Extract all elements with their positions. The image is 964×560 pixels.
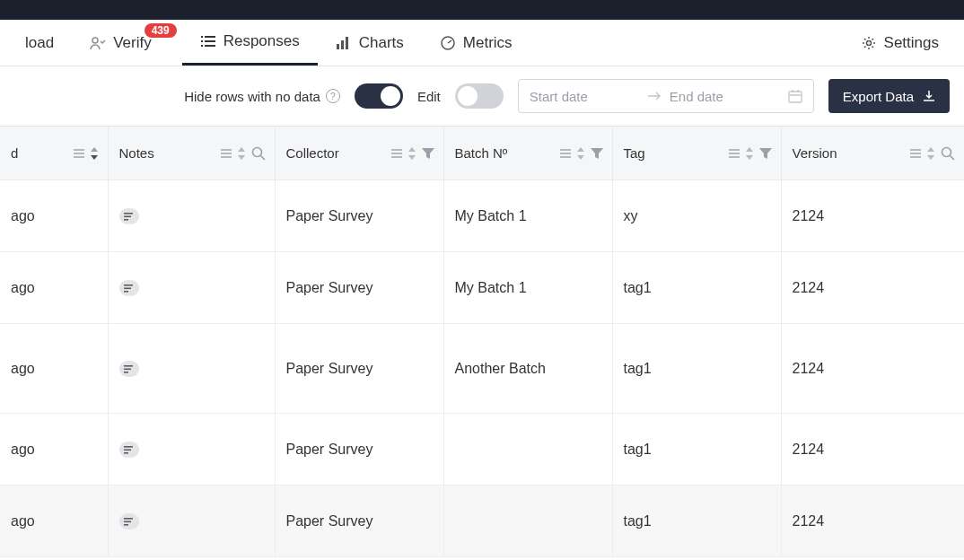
tab-charts-label: Charts [359, 34, 404, 52]
search-icon[interactable] [251, 146, 266, 161]
list-small-icon[interactable] [560, 149, 571, 158]
list-icon [200, 33, 216, 49]
svg-rect-21 [391, 153, 402, 154]
tab-charts[interactable]: Charts [318, 20, 422, 66]
svg-rect-37 [124, 287, 131, 289]
tab-load-label: load [25, 34, 54, 52]
cell-tag: tag1 [612, 414, 781, 486]
svg-rect-22 [391, 156, 402, 158]
svg-rect-23 [560, 149, 571, 151]
tab-metrics[interactable]: Metrics [422, 20, 530, 66]
svg-rect-38 [124, 291, 128, 293]
cell-version: 2124 [781, 486, 964, 557]
tab-settings[interactable]: Settings [843, 20, 957, 66]
svg-rect-29 [910, 149, 921, 151]
cell-notes[interactable] [108, 324, 275, 414]
table-row[interactable]: ago Paper Survey tag1 2124 [0, 486, 964, 557]
cell-version: 2124 [781, 180, 964, 252]
date-range-picker[interactable]: Start date End date [518, 79, 814, 113]
svg-rect-25 [560, 156, 571, 158]
svg-point-32 [942, 147, 951, 156]
list-small-icon[interactable] [391, 149, 402, 158]
list-small-icon[interactable] [74, 149, 84, 158]
svg-point-0 [92, 38, 98, 43]
cell-batch: My Batch 1 [443, 180, 612, 252]
col-header-batch[interactable]: Batch Nº [443, 127, 612, 180]
cell-notes[interactable] [108, 486, 275, 557]
svg-rect-44 [124, 452, 128, 454]
tab-responses[interactable]: Responses [182, 20, 318, 66]
cell-notes[interactable] [108, 252, 275, 324]
start-date-field[interactable]: Start date [530, 89, 639, 104]
svg-point-11 [866, 40, 871, 45]
svg-rect-7 [337, 44, 339, 49]
verify-badge: 439 [145, 23, 177, 38]
cell-notes[interactable] [108, 414, 275, 486]
svg-rect-39 [124, 365, 133, 367]
sort-icon[interactable] [745, 147, 754, 160]
table-row[interactable]: ago Paper Survey Another Batch tag1 2124 [0, 324, 964, 414]
table-row[interactable]: ago Paper Survey My Batch 1 xy 2124 [0, 180, 964, 252]
col-header-tag[interactable]: Tag [612, 127, 781, 180]
main-tabs: load Verify 439 Responses Charts Metrics… [0, 20, 964, 66]
cell-time: ago [0, 252, 108, 324]
hide-rows-toggle[interactable] [355, 83, 403, 109]
cell-tag: tag1 [612, 324, 781, 414]
table-row[interactable]: ago Paper Survey My Batch 1 tag1 2124 [0, 252, 964, 324]
export-button[interactable]: Export Data [828, 79, 950, 113]
sort-icon[interactable] [408, 147, 416, 160]
sort-icon[interactable] [926, 147, 935, 160]
note-icon[interactable] [119, 208, 139, 224]
cell-batch: My Batch 1 [443, 252, 612, 324]
svg-rect-17 [221, 153, 232, 154]
cell-version: 2124 [781, 252, 964, 324]
svg-rect-41 [124, 372, 128, 373]
svg-rect-30 [910, 153, 921, 154]
note-icon[interactable] [119, 442, 139, 458]
svg-point-19 [252, 147, 261, 156]
list-small-icon[interactable] [910, 149, 921, 158]
svg-rect-13 [74, 149, 84, 151]
col-header-collector[interactable]: Collector [275, 127, 443, 180]
sort-icon[interactable] [576, 147, 585, 160]
svg-rect-15 [74, 156, 84, 158]
search-icon[interactable] [941, 146, 955, 161]
note-icon[interactable] [119, 513, 139, 529]
svg-rect-42 [124, 446, 133, 448]
col-header-notes[interactable]: Notes [108, 127, 275, 180]
gauge-icon [440, 35, 456, 51]
cell-notes[interactable] [108, 180, 275, 252]
filter-icon[interactable] [422, 147, 434, 160]
filter-icon[interactable] [759, 147, 772, 160]
svg-rect-43 [124, 449, 131, 451]
cell-collector: Paper Survey [275, 180, 443, 252]
help-icon[interactable]: ? [326, 89, 340, 103]
note-icon[interactable] [119, 361, 139, 377]
svg-rect-4 [205, 40, 215, 42]
table-row[interactable]: ago Paper Survey tag1 2124 [0, 414, 964, 486]
filter-icon[interactable] [591, 147, 603, 160]
sort-icon[interactable] [237, 147, 246, 160]
svg-rect-47 [124, 524, 128, 526]
note-icon[interactable] [119, 280, 139, 296]
settings-label: Settings [884, 34, 939, 52]
tab-responses-label: Responses [223, 32, 300, 50]
svg-rect-46 [124, 521, 131, 522]
responses-table-wrap: d Notes Collector [0, 126, 964, 557]
edit-label: Edit [417, 89, 441, 104]
export-button-label: Export Data [843, 89, 914, 104]
tab-verify[interactable]: Verify 439 [72, 20, 182, 66]
list-small-icon[interactable] [221, 149, 232, 158]
tab-load[interactable]: load [7, 20, 72, 66]
gear-icon [861, 35, 877, 51]
col-header-version[interactable]: Version [781, 127, 964, 180]
svg-rect-40 [124, 368, 131, 370]
svg-rect-14 [74, 153, 84, 154]
calendar-icon [788, 89, 802, 103]
col-header-time[interactable]: d [0, 127, 108, 180]
edit-toggle[interactable] [455, 83, 504, 109]
sort-icon[interactable] [90, 147, 99, 160]
list-small-icon[interactable] [729, 149, 740, 158]
end-date-field[interactable]: End date [670, 89, 779, 104]
responses-table: d Notes Collector [0, 126, 964, 557]
